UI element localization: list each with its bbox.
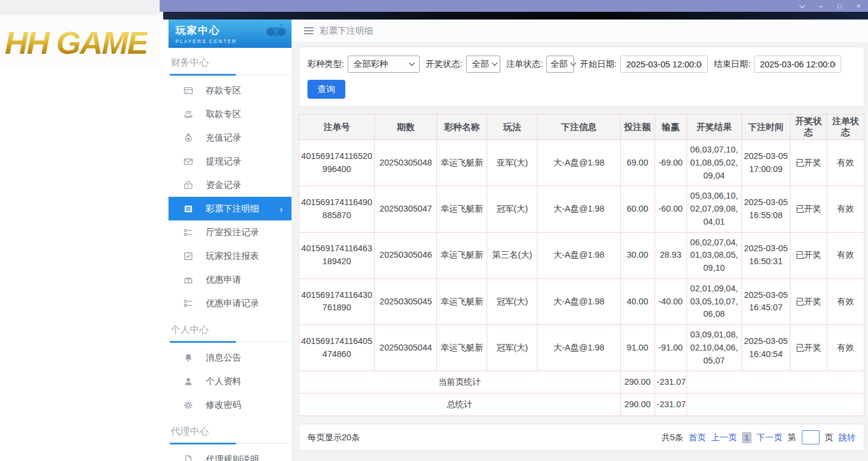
sidebar-item-promo-apply-records[interactable]: 优惠申请记录 <box>169 291 292 315</box>
column-header: 输赢 <box>655 115 686 140</box>
lottery-name: 幸运飞艇新 <box>437 186 487 232</box>
hand-coin-icon <box>183 109 193 119</box>
page-title: 彩票下注明细 <box>320 25 373 37</box>
win-loss: -40.00 <box>655 278 686 324</box>
filter-panel: 彩种类型: 全部彩种 开奖状态: 全部 注单状态: 全部 开始日期: 结束日期: <box>299 47 864 107</box>
sidebar-item-withdraw-zone[interactable]: 取款专区 <box>169 102 292 126</box>
draw-status-label: 开奖状态: <box>426 59 462 70</box>
page-header: 彩票下注明细 <box>292 20 868 42</box>
play-method: 冠军(大) <box>487 278 537 324</box>
lottery-name: 幸运飞艇新 <box>437 140 487 186</box>
current-page-badge[interactable]: 1 <box>742 432 752 443</box>
table-row: 40156917411646318942020250305046幸运飞艇新第三名… <box>299 232 864 278</box>
sidebar-item-player-bet-report[interactable]: 玩家投注报表 <box>169 244 292 268</box>
sidebar-item-label: 修改密码 <box>206 400 241 411</box>
draw-status: 已开奖 <box>790 186 827 232</box>
report-icon <box>183 251 193 261</box>
gift-icon <box>183 275 193 285</box>
sidebar-item-profile[interactable]: 个人资料 <box>169 369 292 393</box>
sidebar-item-change-password[interactable]: 修改密码 <box>169 393 292 417</box>
hamburger-icon[interactable] <box>304 27 313 34</box>
query-button[interactable]: 查询 <box>307 80 345 99</box>
bet-time: 2025-03-05 16:50:31 <box>741 232 790 278</box>
moneybag-icon <box>183 133 193 143</box>
sidebar-item-label: 存款专区 <box>206 85 241 96</box>
order-status: 有效 <box>827 278 864 324</box>
bet-amount: 30.00 <box>620 232 655 278</box>
order-status: 有效 <box>827 325 864 371</box>
table-header-row: 注单号期数彩种名称玩法下注信息投注额输赢开奖结果下注时间开奖状态注单状态 <box>299 115 864 140</box>
main-content: 彩票下注明细 彩种类型: 全部彩种 开奖状态: 全部 注单状态: 全部 <box>292 20 868 461</box>
table-row: 40156917411640547486020250305044幸运飞艇新冠军(… <box>299 325 864 371</box>
period-number: 20250305044 <box>375 325 437 371</box>
window-titlebar: – □ × <box>160 0 868 12</box>
card-icon <box>183 86 193 96</box>
end-date-input[interactable] <box>754 56 841 73</box>
sidebar-item-hall-bet-records[interactable]: 厅室投注记录 <box>169 220 292 244</box>
summary-row: 总统计290.00-231.07 <box>299 394 864 416</box>
page-jump-input[interactable] <box>802 430 820 444</box>
sidebar-item-deposit-zone[interactable]: 存款专区 <box>169 79 292 102</box>
window-close-button[interactable]: × <box>849 0 868 12</box>
sidebar-item-label: 消息公告 <box>206 352 241 363</box>
window-maximize-button[interactable]: □ <box>830 0 849 12</box>
win-loss: -60.00 <box>655 186 686 232</box>
sidebar-section-title: 代理中心 <box>170 426 290 444</box>
logo-text: HH GAME <box>0 24 147 61</box>
play-method: 第三名(大) <box>487 232 537 278</box>
play-method: 冠军(大) <box>487 325 537 371</box>
next-page-link[interactable]: 下一页 <box>757 432 783 443</box>
column-header: 彩种名称 <box>437 115 487 140</box>
column-header: 注单状态 <box>827 115 864 140</box>
jump-suffix-label: 页 <box>825 432 834 443</box>
sidebar-item-lottery-bet-details[interactable]: 彩票下注明细› <box>169 197 292 220</box>
window-minimize-button[interactable]: – <box>811 0 830 12</box>
gamepad-icon <box>264 22 288 42</box>
column-header: 下注时间 <box>741 115 790 140</box>
jump-link[interactable]: 跳转 <box>838 432 856 443</box>
period-number: 20250305048 <box>375 140 437 186</box>
window-collapse-button[interactable] <box>792 0 811 12</box>
sidebar-item-promo-apply[interactable]: 优惠申请 <box>169 268 292 291</box>
sidebar-item-agent-rules[interactable]: 代理规则说明 <box>169 447 292 461</box>
summary-empty <box>686 394 864 416</box>
order-status: 有效 <box>827 140 864 186</box>
sidebar-item-withdraw-records[interactable]: 提现记录 <box>169 150 292 173</box>
sidebar-item-fund-records[interactable]: 资金记录 <box>169 173 292 197</box>
chevron-down-icon <box>571 60 576 66</box>
list-icon <box>183 204 193 214</box>
bet-order-no: 401569174116430761890 <box>299 278 375 324</box>
lottery-type-select[interactable]: 全部彩种 <box>348 56 420 73</box>
lottery-name: 幸运飞艇新 <box>437 278 487 324</box>
sidebar-item-label: 代理规则说明 <box>206 454 259 461</box>
draw-status: 已开奖 <box>790 140 827 186</box>
draw-status: 已开奖 <box>790 232 827 278</box>
draw-result: 03,09,01,08,02,10,04,06,05,07 <box>686 325 741 371</box>
sidebar-item-recharge-records[interactable]: 充值记录 <box>169 126 292 150</box>
order-status: 有效 <box>827 186 864 232</box>
logo-top-strip <box>0 0 160 15</box>
sidebar-header: 玩家中心 PLAYERS CENTER <box>169 20 292 48</box>
sidebar-item-label: 玩家投注报表 <box>206 251 259 262</box>
column-header: 注单号 <box>299 115 375 140</box>
prev-page-link[interactable]: 上一页 <box>711 432 737 443</box>
sidebar-item-label: 优惠申请记录 <box>206 298 259 309</box>
start-date-input[interactable] <box>620 56 708 73</box>
bet-info: 大-A盘@1.98 <box>537 186 620 232</box>
bet-info: 大-A盘@1.98 <box>537 232 620 278</box>
column-header: 开奖状态 <box>790 115 827 140</box>
first-page-link[interactable]: 首页 <box>688 432 705 443</box>
summary-bet-total: 290.00 <box>620 394 655 416</box>
document-icon <box>183 454 193 461</box>
sidebar-item-label: 资金记录 <box>206 180 241 191</box>
sidebar-item-messages[interactable]: 消息公告 <box>169 346 292 369</box>
envelope-icon <box>183 157 193 167</box>
win-loss: -91.00 <box>655 325 686 371</box>
bet-info: 大-A盘@1.98 <box>537 278 620 324</box>
sidebar-menu: 财务中心存款专区取款专区充值记录提现记录资金记录彩票下注明细›厅室投注记录玩家投… <box>169 57 292 461</box>
bet-order-no: 401569174116490885870 <box>299 186 375 232</box>
draw-status-select[interactable]: 全部 <box>466 56 500 73</box>
bet-time: 2025-03-05 16:40:54 <box>741 325 790 371</box>
order-status-select[interactable]: 全部 <box>546 56 574 73</box>
per-page-label: 每页显示20条 <box>307 432 360 443</box>
